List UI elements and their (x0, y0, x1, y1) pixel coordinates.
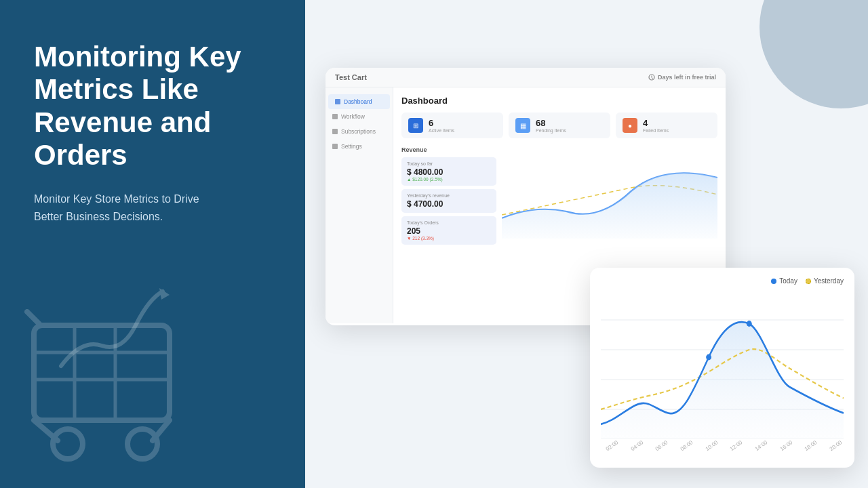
x-label-5: 12:00 (729, 439, 744, 452)
x-label-4: 10:00 (704, 439, 719, 452)
active-items-value: 6 (429, 118, 454, 128)
svg-point-16 (706, 354, 711, 361)
svg-rect-1 (34, 325, 170, 420)
failed-items-icon: ● (623, 118, 637, 133)
workflow-icon (332, 114, 338, 119)
chart-card: Today Yesterday (590, 268, 854, 468)
metric-row: ⊞ 6 Active Items ▦ 68 Pending Items (401, 113, 717, 138)
subtext: Monitor Key Store Metrics to Drive Bette… (34, 190, 224, 225)
legend-today: Today (771, 277, 797, 285)
sidebar-item-dashboard[interactable]: Dashboard (328, 94, 390, 109)
metric-card-pending: ▦ 68 Pending Items (509, 113, 610, 138)
metric-card-active: ⊞ 6 Active Items (401, 113, 503, 138)
settings-icon (332, 144, 338, 149)
revenue-yesterday-value: $ 4700.00 (407, 199, 491, 209)
revenue-left: Today so far $ 4800.00 ▲ $120.00 (2.5%) … (401, 157, 496, 245)
revenue-today-value: $ 4800.00 (407, 167, 491, 177)
svg-point-7 (127, 429, 157, 459)
pending-items-label: Pending Items (536, 128, 566, 133)
revenue-orders-trend: ▼ 212 (3.3%) (407, 236, 491, 241)
trial-badge: Days left in free trial (648, 74, 716, 81)
dashboard-header: Test Cart Days left in free trial (326, 68, 726, 87)
revenue-today: Today so far $ 4800.00 ▲ $120.00 (2.5%) (401, 157, 496, 186)
x-label-1: 04:00 (629, 439, 644, 452)
revenue-orders-value: 205 (407, 226, 491, 236)
legend-today-label: Today (779, 277, 797, 285)
failed-items-info: 4 Failed Items (643, 118, 669, 133)
active-items-info: 6 Active Items (429, 118, 454, 133)
chart-legend: Today Yesterday (601, 277, 844, 285)
revenue-orders-label: Today's Orders (407, 220, 491, 225)
clock-icon (648, 74, 655, 81)
revenue-orders: Today's Orders 205 ▼ 212 (3.3%) (401, 216, 496, 245)
revenue-content: Today so far $ 4800.00 ▲ $120.00 (2.5%) … (401, 157, 717, 245)
x-label-2: 06:00 (654, 439, 669, 452)
svg-line-9 (153, 420, 170, 441)
left-panel: Monitoring Key Metrics Like Revenue and … (0, 0, 305, 488)
legend-yesterday-label: Yesterday (814, 277, 844, 285)
dashboard-sidebar: Dashboard Workflow Subscriptions Setting… (326, 87, 393, 323)
revenue-today-label: Today so far (407, 161, 491, 166)
sidebar-item-workflow[interactable]: Workflow (326, 109, 393, 124)
revenue-section-label: Revenue (401, 146, 717, 153)
x-label-9: 20:00 (829, 439, 844, 452)
x-label-6: 14:00 (754, 439, 769, 452)
x-label-0: 02:00 (605, 439, 620, 452)
active-items-icon: ⊞ (408, 118, 423, 133)
svg-point-6 (53, 429, 83, 459)
revenue-today-trend: ▲ $120.00 (2.5%) (407, 177, 491, 182)
mini-chart-svg (502, 157, 717, 239)
revenue-chart-mini (502, 157, 717, 245)
right-panel: Test Cart Days left in free trial Dashbo… (305, 0, 868, 488)
app-name: Test Cart (335, 73, 367, 81)
failed-items-value: 4 (643, 118, 669, 128)
svg-point-17 (747, 321, 752, 327)
pending-items-value: 68 (536, 118, 566, 128)
svg-line-8 (34, 420, 58, 441)
active-items-label: Active Items (429, 128, 454, 133)
decorative-circle (760, 0, 868, 108)
x-label-3: 08:00 (679, 439, 694, 452)
headline: Monitoring Key Metrics Like Revenue and … (34, 41, 271, 171)
failed-items-label: Failed Items (643, 128, 669, 133)
revenue-yesterday: Yesterday's revenue $ 4700.00 (401, 189, 496, 213)
dashboard-icon (335, 99, 340, 104)
main-chart-svg (601, 290, 844, 439)
revenue-yesterday-label: Yesterday's revenue (407, 193, 491, 198)
subscriptions-icon (332, 129, 338, 134)
chart-x-labels: 02:00 04:00 06:00 08:00 10:00 12:00 14:0… (601, 442, 844, 449)
legend-yesterday-dot (806, 279, 811, 284)
cart-illustration (20, 298, 197, 474)
sidebar-item-settings[interactable]: Settings (326, 139, 393, 154)
sidebar-item-subscriptions[interactable]: Subscriptions (326, 124, 393, 139)
legend-yesterday: Yesterday (806, 277, 844, 285)
metric-card-failed: ● 4 Failed Items (616, 113, 717, 138)
legend-today-dot (771, 279, 776, 284)
dashboard-title: Dashboard (401, 96, 717, 106)
x-label-8: 18:00 (804, 439, 818, 452)
pending-items-icon: ▦ (515, 118, 530, 133)
x-label-7: 16:00 (778, 439, 793, 452)
pending-items-info: 68 Pending Items (536, 118, 566, 133)
